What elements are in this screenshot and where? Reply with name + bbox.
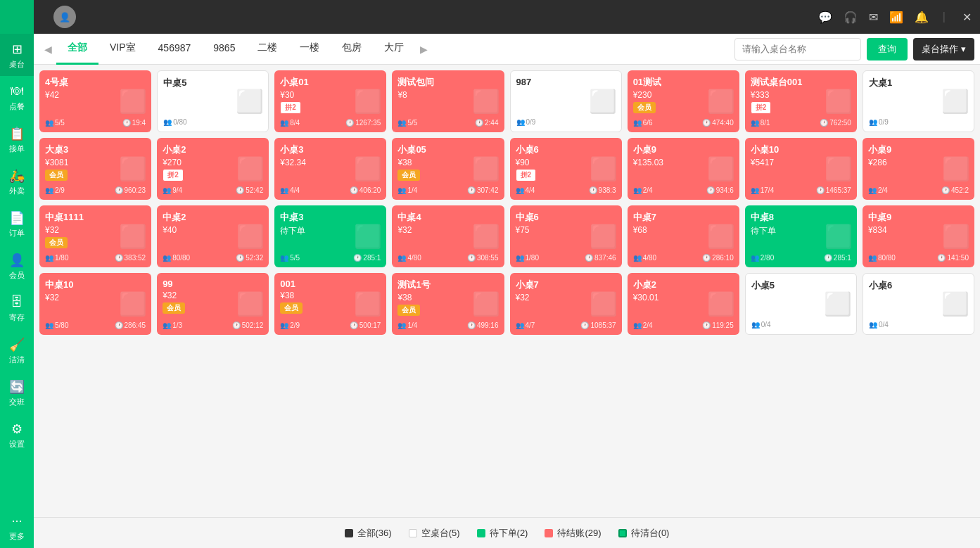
table-row[interactable]: 测试1号 ¥38 会员 👥 1/4 🕐 499:16 ⬜	[392, 273, 504, 335]
table-people: 👥 0/9	[869, 118, 889, 126]
table-row[interactable]: 测试桌台001 ¥333 拼2 👥 8/1 🕐 762:50 ⬜	[745, 70, 857, 132]
sidebar-item-order[interactable]: 🍽 点餐	[0, 76, 34, 118]
table-row[interactable]: 中桌7 ¥68 👥 4/80 🕐 286:10 ⬜	[628, 205, 739, 267]
time-value: 960:23	[125, 186, 146, 194]
clock-icon: 🕐	[232, 321, 241, 329]
table-row[interactable]: 测试包间 ¥8 👥 5/5 🕐 2:44 ⬜	[392, 70, 504, 132]
table-row[interactable]: 大桌1 👥 0/9 ⬜	[863, 70, 974, 132]
tab-vip[interactable]: VIP室	[98, 34, 147, 65]
sidebar-item-delivery[interactable]: 🛵 外卖	[0, 160, 34, 203]
table-time: 🕐 406:20	[350, 186, 381, 194]
sidebar-item-storage[interactable]: 🗄 寄存	[0, 287, 34, 329]
table-row[interactable]: 小桌7 ¥32 👥 4/7 🕐 1085:37 ⬜	[510, 273, 622, 335]
table-footer: 👥 2/4 🕐 934:6	[633, 186, 734, 194]
table-row[interactable]: 小桌6 ¥90 拼2 👥 4/4 🕐 938:3 ⬜	[510, 138, 622, 200]
table-row[interactable]: 中桌9 ¥834 👥 80/80 🕐 141:50 ⬜	[863, 205, 974, 267]
sidebar-label-member: 会员	[9, 270, 25, 281]
chat-icon[interactable]: 💬	[818, 11, 832, 24]
table-row[interactable]: 中桌8 待下单 👥 2/80 🕐 285:1 ⬜	[745, 205, 857, 267]
status-idle[interactable]: 空桌台(5)	[409, 527, 460, 540]
table-row[interactable]: 987 👥 0/9 ⬜	[510, 70, 622, 132]
table-row[interactable]: 中桌10 ¥32 👥 5/80 🕐 286:45 ⬜	[39, 273, 151, 335]
status-settle[interactable]: 待结账(29)	[545, 527, 601, 540]
table-row[interactable]: 中桌4 ¥32 👥 4/80 🕐 308:55 ⬜	[392, 205, 504, 267]
table-row[interactable]: 小桌2 ¥270 拼2 👥 9/4 🕐 52:42 ⬜	[157, 138, 269, 200]
status-all[interactable]: 全部(36)	[345, 527, 392, 540]
table-decoration-icon: ⬜	[941, 88, 969, 115]
table-row[interactable]: 小桌05 ¥38 会员 👥 1/4 🕐 307:42 ⬜	[392, 138, 504, 200]
table-row[interactable]: 小桌10 ¥5417 👥 17/4 🕐 1465:37 ⬜	[745, 138, 857, 200]
table-row[interactable]: 小桌5 👥 0/4 ⬜	[745, 273, 857, 335]
tab-hall[interactable]: 大厅	[373, 34, 415, 65]
table-time: 🕐 1465:37	[816, 186, 851, 194]
tab-1f[interactable]: 一楼	[288, 34, 331, 65]
table-row[interactable]: 小桌2 ¥30.01 👥 2/4 🕐 119:25 ⬜	[628, 273, 739, 335]
table-people: 👥 1/80	[516, 254, 539, 262]
table-decoration-icon: ⬜	[825, 88, 853, 115]
sidebar-item-member[interactable]: 👤 会员	[0, 245, 34, 287]
status-pending[interactable]: 待下单(2)	[477, 527, 528, 540]
tab-prev-arrow[interactable]: ◀	[39, 41, 56, 58]
search-input[interactable]	[734, 38, 861, 60]
table-row[interactable]: 大桌3 ¥3081 会员 👥 2/9 🕐 960:23 ⬜	[39, 138, 151, 200]
table-ops-button[interactable]: 桌台操作 ▾	[913, 38, 974, 60]
table-time: 🕐 307:42	[467, 186, 499, 194]
table-row[interactable]: 小桌3 ¥32.34 👥 4/4 🕐 406:20 ⬜	[274, 138, 386, 200]
table-name: 99	[163, 279, 263, 289]
table-decoration-icon: ⬜	[119, 291, 147, 317]
table-decoration-icon: ⬜	[941, 291, 969, 317]
sidebar-item-orders[interactable]: 📄 订单	[0, 203, 34, 245]
storage-icon: 🗄	[8, 294, 25, 311]
search-button[interactable]: 查询	[867, 38, 908, 60]
table-time: 🕐 837:46	[585, 254, 616, 262]
table-decoration-icon: ⬜	[236, 291, 265, 317]
table-row[interactable]: 小桌9 ¥135.03 👥 2/4 🕐 934:6 ⬜	[628, 138, 739, 200]
sidebar-item-table[interactable]: ⊞ 桌台	[0, 34, 34, 76]
time-value: 502:12	[242, 321, 264, 329]
table-decoration-icon: ⬜	[472, 291, 500, 317]
tab-2f[interactable]: 二楼	[246, 34, 288, 65]
table-people: 👥 0/4	[751, 321, 771, 329]
table-row[interactable]: 小桌01 ¥30 拼2 👥 8/4 🕐 1267:35 ⬜	[274, 70, 386, 132]
tab-456987[interactable]: 456987	[147, 34, 203, 65]
table-row[interactable]: 中桌3 待下单 👥 5/5 🕐 285:1 ⬜	[274, 205, 386, 267]
wifi-icon[interactable]: 📶	[889, 11, 903, 24]
clock-icon: 🕐	[467, 321, 476, 329]
table-row[interactable]: 中桌1111 ¥32 会员 👥 1/80 🕐 383:52 ⬜	[39, 205, 151, 267]
people-icon: 👥	[163, 118, 172, 126]
sidebar-item-settings[interactable]: ⚙ 设置	[0, 414, 34, 456]
tab-all[interactable]: 全部	[56, 34, 98, 65]
clock-icon: 🕐	[353, 254, 362, 262]
table-time: 🕐 141:50	[937, 254, 969, 262]
table-row[interactable]: 中桌6 ¥75 👥 1/80 🕐 837:46 ⬜	[510, 205, 622, 267]
table-decoration-icon: ⬜	[707, 291, 735, 317]
clock-icon: 🕐	[824, 254, 832, 262]
bell-icon[interactable]: 🔔	[915, 11, 929, 24]
table-row[interactable]: 4号桌 ¥42 👥 5/5 🕐 19:4 ⬜	[39, 70, 151, 132]
tab-next-arrow[interactable]: ▶	[415, 41, 432, 58]
close-icon[interactable]: ✕	[962, 11, 972, 24]
table-row[interactable]: 99 ¥32 会员 👥 1/3 🕐 502:12 ⬜	[157, 273, 269, 335]
mail-icon[interactable]: ✉	[869, 11, 878, 24]
table-row[interactable]: 01测试 ¥230 会员 👥 6/6 🕐 474:40 ⬜	[628, 70, 739, 132]
table-row[interactable]: 小桌9 ¥286 👥 2/4 🕐 452:2 ⬜	[863, 138, 974, 200]
status-dot-all	[345, 529, 353, 537]
people-icon: 👥	[397, 119, 406, 127]
people-count: 1/80	[55, 254, 68, 262]
status-clean[interactable]: 待清台(0)	[618, 527, 670, 540]
sidebar-item-clean[interactable]: 🧹 洁清	[0, 329, 34, 371]
sidebar-label-settings: 设置	[9, 439, 25, 450]
sidebar-item-more[interactable]: ··· 更多	[0, 506, 34, 548]
table-row[interactable]: 小桌6 👥 0/4 ⬜	[863, 273, 974, 335]
time-value: 938:3	[599, 186, 616, 194]
tab-9865[interactable]: 9865	[202, 34, 246, 65]
table-row[interactable]: 001 ¥38 会员 👥 2/9 🕐 500:17 ⬜	[274, 273, 386, 335]
table-row[interactable]: 中桌2 ¥40 👥 80/80 🕐 52:32 ⬜	[157, 205, 269, 267]
table-decoration-icon: ⬜	[354, 155, 382, 182]
sidebar-item-shift[interactable]: 🔄 交班	[0, 371, 34, 414]
tab-private[interactable]: 包房	[331, 34, 373, 65]
sidebar-item-receive[interactable]: 📋 接单	[0, 118, 34, 160]
time-value: 141:50	[947, 254, 969, 262]
headphone-icon[interactable]: 🎧	[844, 11, 858, 24]
table-row[interactable]: 中桌5 👥 0/80 ⬜	[157, 70, 269, 132]
